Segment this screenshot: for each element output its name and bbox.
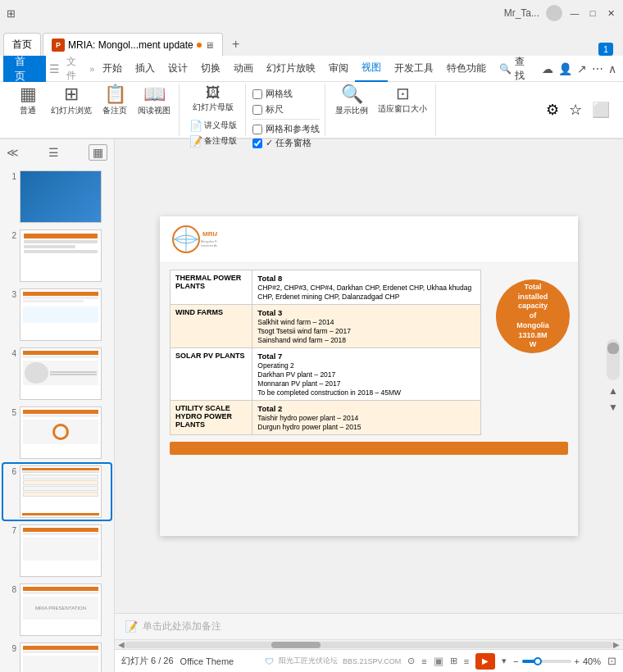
checkbox-ruler[interactable]: 标尺 bbox=[252, 103, 293, 116]
fit-window-icon[interactable]: ⊡ bbox=[607, 655, 616, 667]
ribbon-btn-settings[interactable]: ⚙ bbox=[543, 99, 562, 120]
ribbon-menu-icon[interactable]: ☰ bbox=[46, 62, 63, 75]
ribbon-tab-insert[interactable]: 插入 bbox=[129, 56, 161, 82]
ruler-checkbox[interactable] bbox=[252, 105, 262, 115]
maximize-button[interactable]: □ bbox=[587, 7, 598, 19]
scroll-down-icon[interactable]: ▼ bbox=[608, 402, 618, 413]
ribbon-btn-handout[interactable]: 📄 讲义母版 bbox=[186, 118, 240, 133]
table-row-thermal: THERMAL POWER PLANTS Total 8 CHP#2, CHP#… bbox=[171, 270, 481, 305]
canvas-right-tools: ▲ ▼ bbox=[607, 339, 620, 413]
slide-thumb-6[interactable]: 6 bbox=[3, 464, 111, 520]
ribbon-tab-slideshow[interactable]: 幻灯片放映 bbox=[260, 56, 322, 82]
ribbon-tab-special[interactable]: 特色功能 bbox=[440, 56, 493, 82]
slide-thumb-4[interactable]: 4 bbox=[3, 346, 111, 402]
slide-thumb-3[interactable]: 3 bbox=[3, 287, 111, 343]
layout-icon-2[interactable]: ≡ bbox=[421, 656, 426, 666]
ribbon-search[interactable]: 🔍 查找 bbox=[493, 55, 539, 83]
zoom-slider-thumb[interactable] bbox=[534, 657, 542, 665]
slide-thumb-9[interactable]: 9 bbox=[3, 641, 111, 672]
slide-num-8: 8 bbox=[5, 585, 16, 594]
zoom-out-icon[interactable]: − bbox=[513, 656, 518, 666]
nav-collapse-icon[interactable]: ≪ bbox=[7, 146, 19, 159]
zoom-slider-track[interactable] bbox=[522, 660, 571, 663]
slide-thumb-8[interactable]: 8 MRIA PRESENTATION bbox=[3, 582, 111, 638]
badge-line1: Total bbox=[525, 283, 542, 293]
ribbon-btn-slideview[interactable]: ⊞ 幻灯片浏览 bbox=[48, 84, 95, 118]
slide-thumb-5[interactable]: 5 bbox=[3, 405, 111, 461]
ribbon-group-view: ▦ 普通 ⊞ 幻灯片浏览 📋 备注页 📖 阅读视图 bbox=[7, 84, 180, 136]
slide-img-5 bbox=[20, 406, 102, 459]
layout-icon-5[interactable]: ≡ bbox=[464, 656, 469, 666]
ribbon-tab-animation[interactable]: 动画 bbox=[227, 56, 260, 82]
slide-thumb-7[interactable]: 7 bbox=[3, 523, 111, 579]
h-scroll-thumb[interactable] bbox=[271, 642, 321, 648]
user-icon[interactable]: 👤 bbox=[558, 62, 572, 75]
slide-num-1: 1 bbox=[5, 172, 16, 181]
ribbon-btn-notespage[interactable]: 📋 备注页 bbox=[98, 84, 131, 118]
ribbon-btn-slidemaster[interactable]: 🖼 幻灯片母版 bbox=[189, 84, 237, 115]
notes-placeholder[interactable]: 单击此处添加备注 bbox=[143, 620, 221, 633]
nav-thumb-icon[interactable]: ▦ bbox=[89, 144, 107, 161]
layout-icon-3[interactable]: ▣ bbox=[434, 655, 443, 667]
ribbon-btn-zoom[interactable]: 🔍 显示比例 bbox=[332, 84, 371, 118]
h-scroll-right-icon[interactable]: ▶ bbox=[613, 640, 620, 649]
status-bar: 幻灯片 6 / 26 Office Theme 🛡 阳光工匠光伏论坛 BBS.2… bbox=[115, 649, 623, 672]
export-icon[interactable]: ↗ bbox=[577, 62, 587, 75]
h-scroll-track[interactable] bbox=[125, 642, 613, 648]
search-icon: 🔍 bbox=[499, 63, 512, 75]
tab-add-button[interactable]: + bbox=[225, 33, 248, 56]
ribbon-tab-review[interactable]: 审阅 bbox=[322, 56, 355, 82]
layout-icon-4[interactable]: ⊞ bbox=[450, 656, 457, 666]
close-button[interactable]: ✕ bbox=[605, 7, 616, 19]
minimize-button[interactable]: — bbox=[569, 7, 580, 19]
copy-icon: ⬜ bbox=[592, 101, 610, 119]
zoom-in-icon[interactable]: + bbox=[575, 656, 580, 666]
ribbon-tab-transition[interactable]: 切换 bbox=[194, 56, 227, 82]
ribbon-btn-copy[interactable]: ⬜ bbox=[589, 99, 613, 120]
layout-icon-1[interactable]: ⊙ bbox=[407, 656, 415, 666]
more-icon[interactable]: ⋯ bbox=[592, 62, 603, 75]
slide-num-3: 3 bbox=[5, 290, 16, 299]
ribbon-btn-fitwindow[interactable]: ⊡ 适应窗口大小 bbox=[375, 84, 430, 116]
detail-wind: Salkhit wind farm – 2014Tsogt Tsetsii wi… bbox=[257, 318, 351, 344]
ribbon-btn-star[interactable]: ☆ bbox=[566, 99, 585, 120]
tab-doc[interactable]: P MRIA: Mongol...ment update 🖥 bbox=[43, 33, 223, 56]
slidemaster-icon: 🖼 bbox=[206, 85, 221, 100]
user-name: Mr_Ta... bbox=[504, 7, 539, 19]
shield-icon: 🛡 bbox=[265, 656, 274, 666]
ribbon-home-button[interactable]: 首页 bbox=[3, 56, 46, 82]
cat-thermal: THERMAL POWER PLANTS bbox=[171, 270, 252, 305]
h-scroll-left-icon[interactable]: ◀ bbox=[118, 640, 125, 649]
ribbon-btn-readingview[interactable]: 📖 阅读视图 bbox=[134, 84, 174, 118]
collapse-icon[interactable]: ∧ bbox=[608, 62, 616, 75]
ribbon-tab-developer[interactable]: 开发工具 bbox=[388, 56, 440, 82]
ribbon-btn-normal[interactable]: ▦ 普通 bbox=[11, 84, 44, 118]
slide-num-9: 9 bbox=[5, 644, 16, 653]
nav-list-icon[interactable]: ☰ bbox=[48, 146, 59, 159]
checkbox-gridlines[interactable]: 网格线 bbox=[252, 88, 293, 100]
ribbon-tab-start[interactable]: 开始 bbox=[96, 56, 129, 82]
table-row-solar: SOLAR PV PLANTS Total 7 Operating 2Darkh… bbox=[171, 348, 481, 401]
slide-img-2 bbox=[20, 229, 102, 282]
h-scroll[interactable]: ◀ ▶ bbox=[115, 639, 623, 649]
play-options-icon[interactable]: ▾ bbox=[502, 656, 507, 666]
guides-label: 网格和参考线 bbox=[266, 123, 320, 135]
readingview-label: 阅读视图 bbox=[138, 105, 171, 116]
play-button[interactable]: ▶ bbox=[475, 653, 495, 670]
slide-inner: MRIA Mongolian Renewables Industries Ass… bbox=[160, 216, 578, 536]
slide-thumb-2[interactable]: 2 bbox=[3, 228, 111, 284]
detail-solar: Operating 2Darkhan PV plant – 2017Monnar… bbox=[257, 361, 401, 397]
slide-thumb-1[interactable]: 1 bbox=[3, 169, 111, 225]
share-icon[interactable]: ☁ bbox=[542, 62, 553, 75]
scroll-up-icon[interactable]: ▲ bbox=[608, 385, 618, 397]
ribbon-toolbar: ▦ 普通 ⊞ 幻灯片浏览 📋 备注页 📖 阅读视图 🖼 幻灯片母版 bbox=[0, 82, 623, 139]
vertical-scrollbar[interactable] bbox=[607, 339, 620, 380]
ribbon-tab-design[interactable]: 设计 bbox=[161, 56, 194, 82]
ribbon-group-grid: 网格线 标尺 网格和参考线 ✓ 任务窗格 bbox=[248, 84, 325, 136]
guides-checkbox[interactable] bbox=[252, 125, 262, 134]
ribbon-tab-view[interactable]: 视图 bbox=[355, 56, 388, 82]
checkbox-guides[interactable]: 网格和参考线 bbox=[252, 123, 320, 135]
tab-home[interactable]: 首页 bbox=[3, 33, 41, 56]
gridlines-checkbox[interactable] bbox=[252, 89, 262, 99]
handout-label: 讲义母版 bbox=[204, 120, 237, 131]
